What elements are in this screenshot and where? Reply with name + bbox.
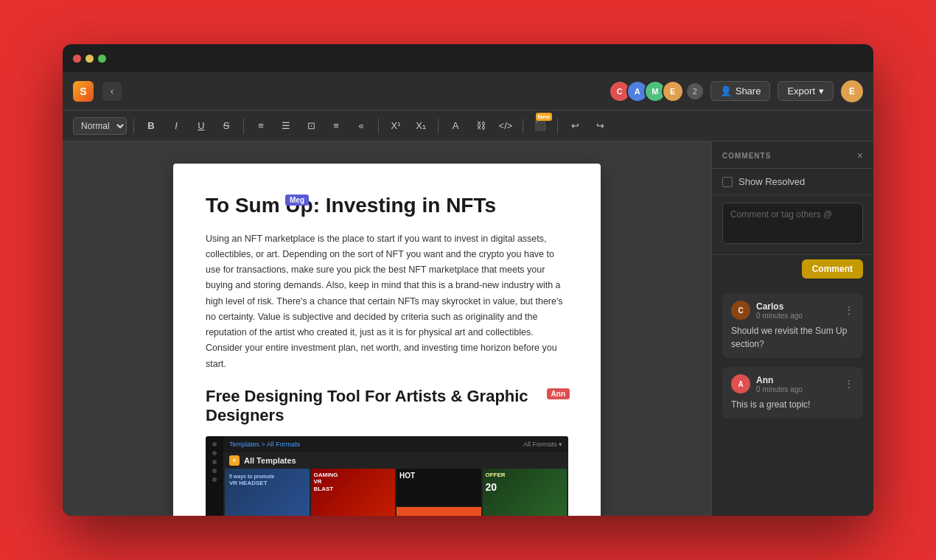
notification-badge: 2	[687, 83, 703, 99]
doc-body-1: Using an NFT marketplace is the place to…	[206, 231, 568, 372]
comments-panel: COMMENTS × Show Resolved Comment C	[711, 141, 873, 516]
export-button[interactable]: Export ▾	[778, 81, 834, 101]
style-select[interactable]: Normal	[73, 117, 127, 135]
h2-wrap: Free Designing Tool For Artists & Graphi…	[206, 387, 568, 426]
comment-menu-ann[interactable]: ⋮	[844, 378, 854, 390]
show-resolved-checkbox[interactable]	[722, 177, 733, 187]
main-area: To Sum Up: Investing in NFTs Meg Using a…	[63, 141, 873, 516]
bold-button[interactable]: B	[141, 116, 161, 136]
comment-time-carlos: 0 minutes ago	[756, 312, 838, 320]
link-button[interactable]: ⛓	[470, 116, 491, 136]
cursor-label-meg: Meg	[285, 195, 309, 206]
comment-input[interactable]	[722, 203, 863, 244]
image-tile-3: HOT	[397, 469, 481, 516]
underline-button[interactable]: U	[191, 116, 212, 136]
comment-submit-button[interactable]: Comment	[802, 259, 863, 279]
superscript-button[interactable]: X¹	[385, 116, 406, 136]
share-icon: 👤	[720, 85, 732, 97]
document: To Sum Up: Investing in NFTs Meg Using a…	[173, 164, 601, 516]
comments-list: C Carlos 0 minutes ago ⋮ Should we revis…	[712, 286, 873, 516]
format-toolbar: Normal B I U S ≡ ☰ ⊡ ≡ « X¹ X₁ A ⛓ </> N…	[63, 111, 873, 141]
comment-menu-carlos[interactable]: ⋮	[844, 304, 854, 316]
chevron-down-icon: ▾	[819, 85, 824, 97]
font-color-button[interactable]: A	[445, 116, 466, 136]
all-formats-label: All Formats ▾	[523, 441, 562, 448]
image-header-bar: Templates > All Formats All Formats ▾	[223, 436, 568, 452]
image-tile-1: 5 ways to promoteVR HEADSET	[225, 469, 310, 516]
ordered-list-button[interactable]: ≡	[251, 116, 271, 136]
comment-avatar-carlos: C	[731, 301, 750, 320]
toolbar-separator-6	[557, 119, 558, 133]
code-button[interactable]: </>	[495, 116, 516, 136]
browser-chrome	[63, 44, 873, 72]
sidebar-dot-4	[212, 469, 217, 473]
comment-meta-carlos: Carlos 0 minutes ago	[756, 301, 838, 320]
image-sidebar	[206, 436, 223, 516]
blockquote-button[interactable]: «	[351, 116, 371, 136]
comment-text-carlos: Should we revisit the Sum Up section?	[731, 324, 854, 351]
subscript-button[interactable]: X₁	[411, 116, 431, 136]
sidebar-dot-3	[212, 460, 217, 464]
doc-h1: To Sum Up: Investing in NFTs	[206, 193, 568, 218]
share-button[interactable]: 👤 Share	[710, 81, 771, 101]
show-resolved-row: Show Resolved	[712, 169, 873, 195]
show-resolved-label: Show Resolved	[738, 176, 805, 187]
comment-item-ann: A Ann 0 minutes ago ⋮ This is a great to…	[722, 367, 863, 419]
comments-title: COMMENTS	[722, 152, 771, 160]
plus-icon: +	[229, 455, 240, 466]
browser-window: S ‹ C A M E 2 👤 Share Export ▾ E	[63, 44, 873, 516]
document-area[interactable]: To Sum Up: Investing in NFTs Meg Using a…	[63, 141, 711, 516]
undo-button[interactable]: ↩	[565, 116, 585, 136]
doc-image: Templates > All Formats All Formats ▾ + …	[206, 436, 568, 516]
comment-header-carlos: C Carlos 0 minutes ago ⋮	[731, 301, 854, 320]
new-feature-wrap: New ⬛	[530, 116, 551, 136]
traffic-lights	[73, 55, 106, 63]
strikethrough-button[interactable]: S	[216, 116, 237, 136]
back-button[interactable]: ‹	[102, 82, 122, 101]
sidebar-dot-2	[212, 451, 217, 455]
app-header: S ‹ C A M E 2 👤 Share Export ▾ E	[63, 72, 873, 111]
image-tile-2: GAMINGVRBLAST	[311, 469, 396, 516]
comments-header: COMMENTS ×	[712, 141, 873, 169]
toolbar-separator-4	[438, 119, 439, 133]
image-grid: 5 ways to promoteVR HEADSET GAMINGVRBLAS…	[223, 467, 568, 516]
redo-button[interactable]: ↪	[590, 116, 610, 136]
image-main: Templates > All Formats All Formats ▾ + …	[223, 436, 568, 516]
traffic-light-yellow[interactable]	[85, 55, 94, 63]
image-tile-4: OFFER 20	[483, 469, 567, 516]
indent-button[interactable]: ⊡	[301, 116, 321, 136]
sidebar-dot-5	[212, 477, 217, 482]
header-right: C A M E 2 👤 Share Export ▾ E	[609, 80, 863, 102]
user-avatar-header[interactable]: E	[841, 80, 863, 102]
cursor-label-ann: Ann	[547, 388, 570, 399]
comment-author-ann: Ann	[756, 375, 838, 385]
h1-wrap: To Sum Up: Investing in NFTs Meg	[206, 193, 568, 231]
comment-btn-row: Comment	[712, 255, 873, 286]
app-logo: S	[73, 81, 94, 102]
toolbar-separator-3	[378, 119, 379, 133]
toolbar-separator-2	[243, 119, 244, 133]
comment-meta-ann: Ann 0 minutes ago	[756, 375, 838, 393]
comment-header-ann: A Ann 0 minutes ago ⋮	[731, 374, 854, 393]
comment-item-carlos: C Carlos 0 minutes ago ⋮ Should we revis…	[722, 293, 863, 358]
new-badge: New	[536, 113, 552, 121]
avatar-group: C A M E 2	[609, 80, 703, 102]
comment-avatar-ann: A	[731, 374, 750, 393]
traffic-light-green[interactable]	[98, 55, 106, 63]
doc-h2: Free Designing Tool For Artists & Graphi…	[206, 387, 568, 426]
close-comments-button[interactable]: ×	[857, 150, 863, 161]
comment-author-carlos: Carlos	[756, 301, 838, 312]
toolbar-separator-5	[523, 119, 523, 133]
comment-time-ann: 0 minutes ago	[756, 385, 838, 393]
comment-input-area	[712, 195, 873, 255]
all-templates-label: + All Templates	[223, 452, 568, 467]
bullet-list-button[interactable]: ☰	[276, 116, 296, 136]
avatar-user4: E	[662, 80, 684, 102]
templates-breadcrumb: Templates > All Formats	[229, 441, 300, 448]
italic-button[interactable]: I	[166, 116, 186, 136]
traffic-light-red[interactable]	[73, 55, 81, 63]
comment-text-ann: This is a great topic!	[731, 398, 854, 411]
toolbar-separator-1	[133, 119, 134, 133]
logo-icon: S	[80, 85, 86, 97]
outdent-button[interactable]: ≡	[326, 116, 346, 136]
